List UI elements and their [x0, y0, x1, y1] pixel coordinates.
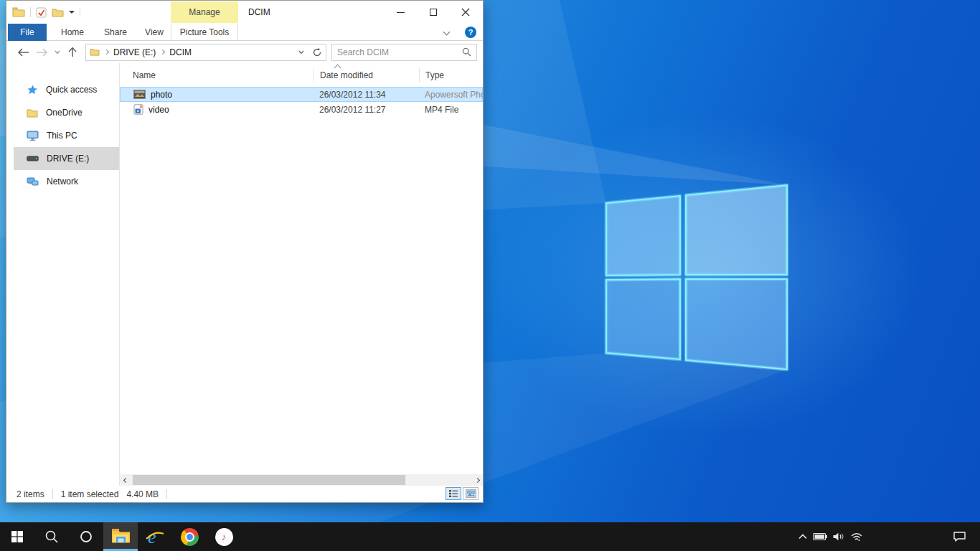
customize-qat-chevron[interactable]: [69, 11, 75, 14]
refresh-button[interactable]: [312, 47, 322, 57]
column-header-date-modified[interactable]: Date modified: [314, 68, 419, 83]
taskbar: e ♪: [0, 522, 980, 551]
status-separator: [52, 489, 53, 499]
home-tab-label: Home: [61, 27, 84, 37]
video-file-icon: [133, 104, 143, 115]
expand-ribbon-button[interactable]: [444, 29, 450, 35]
tab-picture-tools[interactable]: Picture Tools: [171, 24, 238, 40]
search-icon: [462, 47, 471, 57]
cortana-button[interactable]: [69, 522, 103, 551]
manage-tab-label: Manage: [189, 7, 220, 17]
address-dropdown-chevron[interactable]: [298, 50, 304, 55]
minimize-icon: [397, 12, 405, 13]
back-arrow-icon: [17, 48, 29, 57]
battery-status-button[interactable]: [811, 532, 829, 542]
chrome-icon: [181, 528, 199, 546]
network-wifi-button[interactable]: [847, 532, 865, 542]
close-button[interactable]: [449, 1, 481, 24]
new-folder-button[interactable]: [52, 8, 64, 17]
quick-access-toolbar: [6, 7, 80, 18]
ribbon-tab-row: File Home Share View Picture Tools ?: [6, 24, 483, 41]
breadcrumb-drive[interactable]: DRIVE (E:): [113, 47, 156, 57]
up-arrow-icon: [68, 47, 77, 57]
breadcrumb-folder[interactable]: DCIM: [169, 47, 192, 57]
tab-view[interactable]: View: [137, 24, 171, 40]
tab-home[interactable]: Home: [52, 24, 93, 40]
file-list-pane: Name Date modified Type photo: [120, 63, 483, 486]
up-button[interactable]: [63, 44, 81, 61]
scroll-right-button[interactable]: [473, 476, 481, 484]
breadcrumb-chevron-icon: [104, 50, 109, 55]
address-bar[interactable]: DRIVE (E:) DCIM: [85, 44, 326, 61]
tab-manage[interactable]: Manage: [171, 1, 238, 23]
volume-button[interactable]: [829, 532, 847, 542]
back-button[interactable]: [14, 44, 32, 61]
status-bar: 2 items 1 item selected 4.40 MB: [6, 486, 483, 502]
forward-button[interactable]: [32, 44, 51, 61]
chevron-left-icon: [123, 477, 128, 482]
sidebar-item-onedrive[interactable]: OneDrive: [6, 101, 119, 124]
sidebar-item-label: This PC: [47, 131, 77, 141]
column-header-type[interactable]: Type: [419, 68, 483, 83]
sidebar-item-quick-access[interactable]: Quick access: [6, 78, 119, 101]
search-input[interactable]: [337, 47, 462, 57]
help-button[interactable]: ?: [465, 27, 476, 38]
view-switcher: [446, 487, 479, 500]
scroll-left-button[interactable]: [122, 476, 129, 484]
window-controls: [385, 1, 481, 24]
speaker-icon: [832, 532, 845, 542]
details-view-button[interactable]: [446, 487, 461, 500]
sidebar-item-network[interactable]: Network: [6, 170, 119, 193]
sidebar-item-label: Quick access: [46, 85, 97, 95]
file-row-video[interactable]: video 26/03/2012 11:27 MP4 File: [120, 102, 483, 117]
file-name: photo: [151, 90, 172, 100]
cortana-icon: [80, 530, 93, 543]
status-separator: [166, 489, 167, 499]
recent-locations-button[interactable]: [51, 44, 63, 61]
sidebar-item-label: OneDrive: [46, 108, 83, 118]
window-body: Quick access OneDrive This PC: [6, 63, 483, 486]
quick-access-star-icon: [27, 84, 38, 95]
chevron-right-icon: [474, 477, 479, 482]
column-header-name[interactable]: Name: [120, 70, 314, 80]
onedrive-folder-icon: [27, 108, 38, 118]
show-hidden-icons-button[interactable]: [793, 533, 811, 540]
taskbar-search-button[interactable]: [34, 522, 69, 551]
properties-button[interactable]: [36, 7, 47, 18]
column-headers: Name Date modified Type: [120, 63, 483, 87]
minimize-button[interactable]: [385, 1, 417, 24]
folder-icon: [90, 48, 100, 56]
chevron-down-icon: [443, 29, 451, 36]
share-tab-label: Share: [104, 27, 127, 37]
tab-file[interactable]: File: [8, 24, 47, 41]
maximize-button[interactable]: [417, 1, 449, 24]
search-icon: [44, 529, 59, 544]
large-icons-view-button[interactable]: [463, 487, 479, 500]
file-row-photo[interactable]: photo 26/03/2012 11:34 Apowersoft Pho: [120, 87, 483, 102]
selection-count: 1 item selected: [61, 489, 119, 499]
horizontal-scrollbar[interactable]: [120, 474, 483, 486]
search-box[interactable]: [331, 44, 477, 61]
file-explorer-window: Manage DCIM File Home Share View Picture…: [6, 0, 484, 503]
navigation-bar: DRIVE (E:) DCIM: [6, 41, 483, 63]
window-title: DCIM: [248, 1, 270, 24]
tab-share[interactable]: Share: [97, 24, 134, 40]
file-name-cell: photo: [120, 90, 314, 100]
itunes-button[interactable]: ♪: [207, 522, 241, 551]
scrollbar-thumb[interactable]: [133, 475, 405, 485]
network-icon: [27, 176, 39, 187]
photo-thumbnail-icon: [133, 90, 146, 99]
sidebar-item-drive-e[interactable]: DRIVE (E:): [14, 147, 119, 170]
sidebar-item-label: Network: [47, 176, 78, 187]
action-center-button[interactable]: [944, 531, 974, 542]
breadcrumb-chevron-icon: [160, 50, 165, 55]
explorer-app-icon: [12, 7, 25, 17]
internet-explorer-button[interactable]: e: [138, 522, 172, 551]
file-rows: photo 26/03/2012 11:34 Apowersoft Pho: [120, 87, 483, 474]
maximize-icon: [430, 9, 437, 16]
taskbar-file-explorer-button[interactable]: [103, 522, 138, 551]
start-button[interactable]: [0, 522, 34, 551]
chrome-button[interactable]: [172, 522, 207, 551]
internet-explorer-icon: e: [145, 527, 165, 546]
sidebar-item-this-pc[interactable]: This PC: [6, 124, 119, 147]
